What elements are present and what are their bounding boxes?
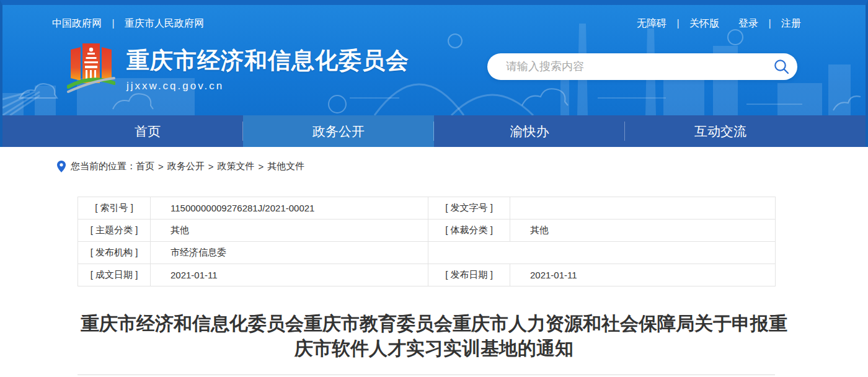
meta-value-written-date: 2021-01-11 <box>151 264 428 286</box>
main-nav-inner: 首页 政务公开 渝快办 互动交流 <box>52 115 816 147</box>
site-title-block: 重庆市经济和信息化委员会 jjxxw.cq.gov.cn <box>126 41 409 92</box>
account-links: 无障碍 | 关怀版 登录 | 注册 <box>637 17 801 30</box>
search-bar <box>487 53 797 80</box>
breadcrumb-separator: > <box>259 161 264 172</box>
separator: | <box>676 18 679 29</box>
link-care-version[interactable]: 关怀版 <box>689 18 719 29</box>
meta-label-doc-no: [ 发文字号 ] <box>428 197 510 220</box>
main-nav: 首页 政务公开 渝快办 互动交流 <box>2 115 866 147</box>
utility-bar: 中国政府网 | 重庆市人民政府网 无障碍 | 关怀版 登录 | 注册 <box>52 17 801 30</box>
link-accessibility[interactable]: 无障碍 <box>637 18 666 29</box>
nav-item-interaction[interactable]: 互动交流 <box>625 115 816 147</box>
site-url: jjxxw.cq.gov.cn <box>126 80 409 92</box>
breadcrumb-separator: > <box>208 161 214 172</box>
meta-value-publish-date: 2021-01-11 <box>510 264 776 286</box>
meta-label-written-date: [ 成文日期 ] <box>78 264 151 286</box>
site-header: 中国政府网 | 重庆市人民政府网 无障碍 | 关怀版 登录 | 注册 <box>0 0 868 147</box>
breadcrumb-prefix: 您当前的位置： <box>71 161 136 172</box>
table-row: [ 主题分类 ] 其他 [ 体裁分类 ] 其他 <box>78 220 776 242</box>
meta-label-index-no: [ 索引号 ] <box>78 197 151 220</box>
meta-value-doc-no <box>510 197 776 220</box>
link-chongqing-gov[interactable]: 重庆市人民政府网 <box>125 18 204 29</box>
meta-label-subject-class: [ 主题分类 ] <box>78 220 151 242</box>
nav-item-yukuaiban[interactable]: 渝快办 <box>434 115 625 147</box>
site-name: 重庆市经济和信息化委员会 <box>126 47 409 74</box>
meta-label-genre-class: [ 体裁分类 ] <box>428 220 510 242</box>
document-title: 重庆市经济和信息化委员会重庆市教育委员会重庆市人力资源和社会保障局关于申报重 庆… <box>74 311 794 361</box>
meta-empty-cell <box>428 242 776 264</box>
breadcrumb-other-files[interactable]: 其他文件 <box>267 161 304 172</box>
gov-links: 中国政府网 | 重庆市人民政府网 <box>52 17 204 30</box>
search-button[interactable] <box>765 53 797 80</box>
document-title-line2: 庆市软件人才实习实训基地的通知 <box>74 336 794 361</box>
meta-value-subject-class: 其他 <box>151 220 428 242</box>
breadcrumb: 您当前的位置： 首页 > 政务公开 > 政策文件 > 其他文件 <box>57 158 868 174</box>
link-china-gov[interactable]: 中国政府网 <box>52 18 102 29</box>
separator: | <box>768 18 771 29</box>
link-register[interactable]: 注册 <box>781 18 801 29</box>
breadcrumb-separator: > <box>158 161 164 172</box>
breadcrumb-public-affairs[interactable]: 政务公开 <box>167 161 205 172</box>
meta-label-issuing-agency: [ 发布机构 ] <box>78 242 151 264</box>
nav-item-public-affairs[interactable]: 政务公开 <box>243 115 434 147</box>
search-input[interactable] <box>487 60 765 73</box>
separator: | <box>112 18 114 29</box>
site-identity: 重庆市经济和信息化委员会 jjxxw.cq.gov.cn <box>67 41 409 97</box>
document-title-line1: 重庆市经济和信息化委员会重庆市教育委员会重庆市人力资源和社会保障局关于申报重 <box>74 311 794 336</box>
chongqing-great-hall-emblem-icon <box>67 41 115 97</box>
magnifier-icon <box>773 58 790 75</box>
page-content: 您当前的位置： 首页 > 政务公开 > 政策文件 > 其他文件 [ 索引号 ] … <box>0 158 868 375</box>
table-row: [ 成文日期 ] 2021-01-11 [ 发布日期 ] 2021-01-11 <box>78 264 776 286</box>
divider <box>78 375 775 375</box>
map-pin-icon <box>57 161 66 172</box>
meta-label-publish-date: [ 发布日期 ] <box>428 264 510 286</box>
meta-value-genre-class: 其他 <box>510 220 776 242</box>
breadcrumb-home[interactable]: 首页 <box>136 161 154 172</box>
breadcrumb-policy-files[interactable]: 政策文件 <box>218 161 255 172</box>
table-row: [ 索引号 ] 11500000009276281J/2021-00021 [ … <box>78 197 776 220</box>
table-row: [ 发布机构 ] 市经济信息委 <box>78 242 776 264</box>
nav-item-home[interactable]: 首页 <box>52 115 243 147</box>
doc-meta-table: [ 索引号 ] 11500000009276281J/2021-00021 [ … <box>78 197 776 286</box>
link-login[interactable]: 登录 <box>738 18 758 29</box>
meta-value-index-no: 11500000009276281J/2021-00021 <box>151 197 428 220</box>
meta-value-issuing-agency: 市经济信息委 <box>151 242 428 264</box>
banner: 中国政府网 | 重庆市人民政府网 无障碍 | 关怀版 登录 | 注册 <box>2 5 866 115</box>
